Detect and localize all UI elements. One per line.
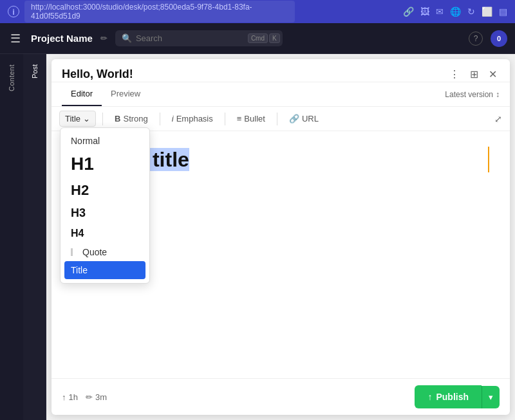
time-ago: 1h <box>69 392 78 402</box>
editor-panel: Hello, World! ⋮ ⊞ ✕ Editor Preview Lates… <box>52 59 510 415</box>
editor-header: Hello, World! ⋮ ⊞ ✕ <box>52 59 510 82</box>
document-title: Hello, World! <box>62 68 447 81</box>
search-box[interactable]: 🔍 Cmd K <box>115 30 283 46</box>
sidebar-tab-content[interactable]: Content <box>5 59 18 96</box>
search-input[interactable] <box>136 33 244 43</box>
quote-label: Quote <box>82 247 107 257</box>
toolbar-divider-4 <box>277 113 277 125</box>
post-sidebar-label[interactable]: Post <box>28 59 41 84</box>
toolbar-divider-1 <box>102 113 103 125</box>
url-label: URL <box>302 114 319 123</box>
dropdown-item-h2[interactable]: H2 <box>64 178 145 203</box>
post-sidebar: Post <box>23 54 46 420</box>
dropdown-item-h1[interactable]: H1 <box>64 150 145 178</box>
strong-icon: B <box>115 114 120 123</box>
version-chevron-icon: ↕ <box>496 90 500 99</box>
hamburger-icon[interactable]: ☰ <box>8 29 23 48</box>
tab-icon[interactable]: ⬜ <box>482 6 492 17</box>
publish-area: ↑ Publish ▾ <box>415 385 500 408</box>
emphasis-label: Emphasis <box>176 114 213 123</box>
style-dropdown: Normal H1 H2 H3 H4 Quote Title <box>60 127 150 284</box>
cmd-key: Cmd <box>248 33 268 43</box>
dropdown-item-normal[interactable]: Normal <box>64 132 145 150</box>
style-label: Title <box>65 114 80 123</box>
mail-icon[interactable]: ✉ <box>436 6 444 17</box>
help-icon[interactable]: ? <box>469 32 483 46</box>
app-shell: ☰ Project Name ✏ 🔍 Cmd K ? 0 Content Pos… <box>0 23 515 420</box>
project-name: Project Name <box>31 33 93 44</box>
edit-ago: 3m <box>95 392 107 402</box>
dropdown-item-h4[interactable]: H4 <box>64 224 145 243</box>
quote-icon <box>71 248 79 256</box>
publish-icon: ↑ <box>427 392 432 402</box>
footer-edit-meta: ✏ 3m <box>86 392 107 402</box>
style-selector[interactable]: Title ⌄ Normal H1 H2 H3 H4 Quote Title <box>59 111 96 127</box>
emphasis-button[interactable]: i Emphasis <box>167 111 218 126</box>
bullet-button[interactable]: ≡ Bullet <box>232 111 270 126</box>
sidebar-tabs: Content <box>0 54 23 420</box>
publish-dropdown-button[interactable]: ▾ <box>482 386 500 408</box>
pencil-icon: ✏ <box>86 392 93 402</box>
edit-project-icon[interactable]: ✏ <box>100 33 108 43</box>
close-button[interactable]: ✕ <box>486 67 500 82</box>
nav-right: ? 0 <box>469 30 507 47</box>
browser-actions: 🔗 🖼 ✉ 🌐 ↻ ⬜ ▤ <box>403 6 507 17</box>
link-icon[interactable]: 🔗 <box>403 6 414 17</box>
dropdown-item-h3[interactable]: H3 <box>64 203 145 224</box>
sidebar-toggle-icon[interactable]: ▤ <box>499 6 507 17</box>
toolbar-divider-3 <box>225 113 225 125</box>
dropdown-item-quote[interactable]: Quote <box>64 243 145 261</box>
url-button[interactable]: 🔗 URL <box>284 111 324 126</box>
browser-bar: i http://localhost:3000/studio/desk/post… <box>0 0 515 23</box>
toolbar: Title ⌄ Normal H1 H2 H3 H4 Quote Title <box>52 107 510 131</box>
publish-button[interactable]: ↑ Publish <box>415 385 482 408</box>
user-avatar[interactable]: 0 <box>491 30 507 47</box>
tab-preview[interactable]: Preview <box>102 82 149 106</box>
chevron-icon: ⌄ <box>83 114 90 123</box>
editor-header-actions: ⋮ ⊞ ✕ <box>447 67 500 82</box>
url-icon: 🔗 <box>289 114 299 123</box>
strong-button[interactable]: B Strong <box>109 111 153 126</box>
expand-button[interactable]: ⤢ <box>494 114 502 124</box>
bullet-label: Bullet <box>244 114 265 123</box>
clock-icon: ↑ <box>62 392 66 402</box>
info-icon: i <box>8 6 19 17</box>
editor-footer: ↑ 1h ✏ 3m ↑ Publish ▾ <box>52 378 510 415</box>
toolbar-divider-2 <box>160 113 160 125</box>
more-options-button[interactable]: ⋮ <box>447 67 462 82</box>
tab-editor[interactable]: Editor <box>62 82 102 106</box>
emphasis-icon: i <box>172 114 174 123</box>
editor-tabs: Editor Preview Latest version ↕ <box>52 82 510 107</box>
refresh-icon[interactable]: ↻ <box>467 6 475 17</box>
dropdown-item-title[interactable]: Title <box>64 261 145 279</box>
k-key: K <box>269 33 280 43</box>
text-cursor <box>488 147 489 172</box>
search-icon: 🔍 <box>122 33 132 43</box>
footer-time-meta: ↑ 1h <box>62 392 78 402</box>
top-nav: ☰ Project Name ✏ 🔍 Cmd K ? 0 <box>0 23 515 54</box>
strong-label: Strong <box>123 114 147 123</box>
split-view-button[interactable]: ⊞ <box>467 67 481 82</box>
globe-icon[interactable]: 🌐 <box>450 6 461 17</box>
publish-label: Publish <box>436 392 469 402</box>
url-bar[interactable]: http://localhost:3000/studio/desk/post;8… <box>24 1 295 23</box>
main-content: Content Post Hello, World! ⋮ ⊞ ✕ Editor … <box>0 54 515 420</box>
version-badge: Latest version ↕ <box>445 90 500 99</box>
bullet-icon: ≡ <box>237 114 242 123</box>
image-icon[interactable]: 🖼 <box>420 6 429 17</box>
search-shortcut: Cmd K <box>248 33 280 43</box>
version-label: Latest version <box>445 90 493 99</box>
